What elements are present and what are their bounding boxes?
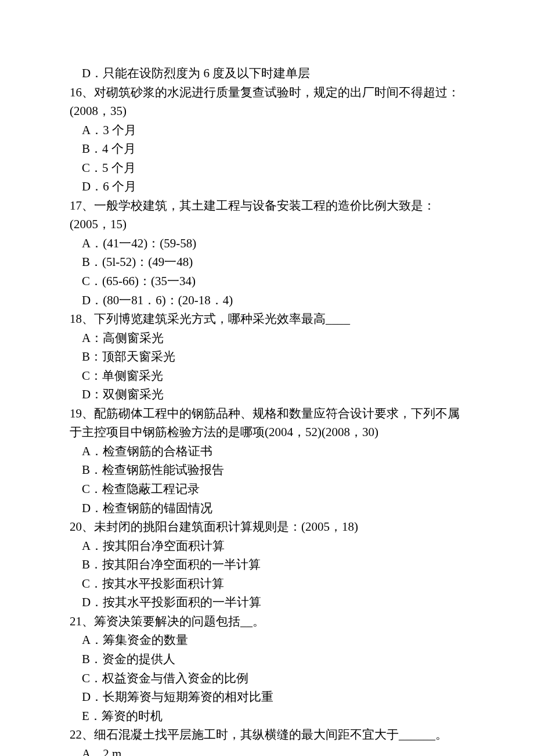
option-b: B．资金的提供人 xyxy=(70,650,464,669)
document-page: D．只能在设防烈度为 6 度及以下时建单层 16、对砌筑砂浆的水泥进行质量复查试… xyxy=(0,0,534,756)
text-line: D．只能在设防烈度为 6 度及以下时建单层 xyxy=(70,64,464,83)
question-21: 21、筹资决策要解决的问题包括__。 xyxy=(70,612,464,631)
option-e: E．筹资的时机 xyxy=(70,707,464,726)
question-22: 22、细石混凝土找平层施工时，其纵横缝的最大间距不宜大于______。 xyxy=(70,725,464,744)
option-b: B．按其阳台净空面积的一半计算 xyxy=(70,555,464,574)
option-d: D．(80一81．6)：(20-18．4) xyxy=(70,291,464,310)
option-a: A．检查钢筋的合格证书 xyxy=(70,442,464,461)
option-a: A．(41一42)：(59-58) xyxy=(70,234,464,253)
option-c: C：单侧窗采光 xyxy=(70,366,464,386)
question-17: 17、一般学校建筑，其土建工程与设备安装工程的造价比例大致是：(2005，15) xyxy=(70,196,464,234)
option-d: D．长期筹资与短期筹资的相对比重 xyxy=(70,687,464,707)
option-c: C．5 个月 xyxy=(70,159,464,178)
option-b: B．4 个月 xyxy=(70,139,464,159)
option-d: D．按其水平投影面积的一半计算 xyxy=(70,593,464,612)
option-c: C．(65-66)：(35一34) xyxy=(70,272,464,291)
option-c: C．按其水平投影面积计算 xyxy=(70,574,464,593)
question-19: 19、配筋砌体工程中的钢筋品种、规格和数量应符合设计要求，下列不属于主控项目中钢… xyxy=(70,404,464,442)
option-c: C．检查隐蔽工程记录 xyxy=(70,480,464,499)
option-a: A：高侧窗采光 xyxy=(70,329,464,348)
question-16: 16、对砌筑砂浆的水泥进行质量复查试验时，规定的出厂时间不得超过：(2008，3… xyxy=(70,83,464,121)
option-a: A．按其阳台净空面积计算 xyxy=(70,537,464,556)
option-d: D．6 个月 xyxy=(70,177,464,196)
question-20: 20、未封闭的挑阳台建筑面积计算规则是：(2005，18) xyxy=(70,517,464,537)
question-18: 18、下列博览建筑采光方式，哪种采光效率最高____ xyxy=(70,309,464,329)
option-a: A．3 个月 xyxy=(70,121,464,140)
option-a: A．2 m xyxy=(70,744,464,756)
option-b: B．(5l-52)：(49一48) xyxy=(70,253,464,272)
option-a: A．筹集资金的数量 xyxy=(70,631,464,650)
option-c: C．权益资金与借入资金的比例 xyxy=(70,669,464,688)
option-b: B．检查钢筋性能试验报告 xyxy=(70,460,464,480)
option-d: D：双侧窗采光 xyxy=(70,385,464,404)
option-d: D．检查钢筋的锚固情况 xyxy=(70,499,464,518)
option-b: B：顶部天窗采光 xyxy=(70,347,464,366)
